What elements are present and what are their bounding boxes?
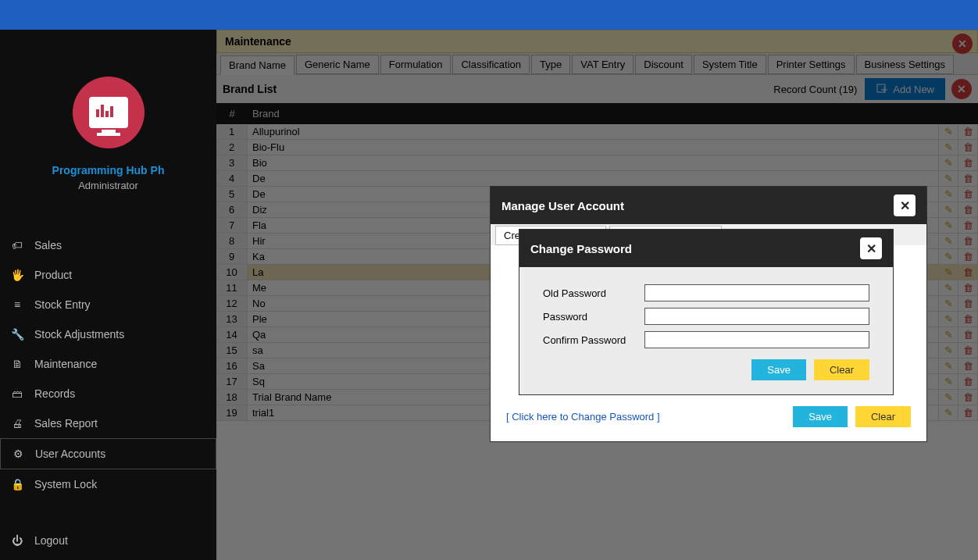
nav-label: Maintenance <box>34 358 97 370</box>
nav-label: Sales Report <box>34 417 98 430</box>
dialog-title: Manage User Account <box>501 199 624 212</box>
confirm-password-label: Confirm Password <box>543 334 644 346</box>
nav-label: Sales <box>34 239 62 251</box>
pw-dialog-close-button[interactable]: ✕ <box>860 237 882 259</box>
dialog-close-button[interactable]: ✕ <box>894 194 916 216</box>
nav-label: User Accounts <box>35 448 105 460</box>
password-input[interactable] <box>644 308 869 325</box>
main-panel: Maintenance ✕ Brand NameGeneric NameForm… <box>216 30 978 560</box>
app-titlebar <box>0 0 978 30</box>
nav-item-system-lock[interactable]: 🔒System Lock <box>0 469 216 499</box>
printer-icon: 🖨 <box>9 416 25 430</box>
profile-role: Administrator <box>78 180 138 191</box>
user-save-button[interactable]: Save <box>793 406 848 427</box>
wrench-icon: 🔧 <box>9 327 25 341</box>
old-password-input[interactable] <box>644 284 869 301</box>
pw-clear-button[interactable]: Clear <box>814 359 869 380</box>
nav-label: Stock Entry <box>34 298 91 311</box>
profile-name: Programming Hub Ph <box>52 164 165 177</box>
pw-dialog-title-bar: Change Password ✕ <box>519 230 893 267</box>
tag-icon: 🏷 <box>9 238 25 252</box>
old-password-label: Old Password <box>543 287 644 299</box>
sidebar-nav: 🏷Sales🖐Product≡Stock Entry🔧Stock Adjustm… <box>0 230 216 499</box>
gears-icon: ⚙ <box>10 447 26 461</box>
nav-item-records[interactable]: 🗃Records <box>0 379 216 408</box>
doc-icon: 🗎 <box>9 357 25 371</box>
nav-item-product[interactable]: 🖐Product <box>0 260 216 290</box>
pw-dialog-title: Change Password <box>530 242 632 255</box>
dialog-title-bar: Manage User Account ✕ <box>491 187 926 224</box>
nav-item-maintenance[interactable]: 🗎Maintenance <box>0 349 216 379</box>
sidebar: Programming Hub Ph Administrator 🏷Sales🖐… <box>0 30 216 560</box>
nav-label: Logout <box>34 534 68 547</box>
profile-panel: Programming Hub Ph Administrator <box>0 30 216 215</box>
nav-label: Records <box>34 387 75 400</box>
lock-icon: 🔒 <box>9 477 25 491</box>
nav-item-user-accounts[interactable]: ⚙User Accounts <box>0 438 216 469</box>
nav-item-logout[interactable]: ⏻ Logout <box>0 526 216 555</box>
nav-item-sales-report[interactable]: 🖨Sales Report <box>0 408 216 438</box>
change-password-link[interactable]: [ Click here to Change Password ] <box>506 411 660 423</box>
password-label: Password <box>543 311 644 323</box>
nav-item-sales[interactable]: 🏷Sales <box>0 230 216 260</box>
pw-save-button[interactable]: Save <box>751 359 806 380</box>
nav-item-stock-adjustments[interactable]: 🔧Stock Adjustments <box>0 319 216 349</box>
hand-icon: 🖐 <box>9 268 25 282</box>
db-icon: 🗃 <box>9 387 25 401</box>
confirm-password-input[interactable] <box>644 331 869 348</box>
power-icon: ⏻ <box>9 533 25 548</box>
avatar <box>73 77 145 148</box>
nav-label: System Lock <box>34 478 97 490</box>
nav-label: Product <box>34 269 72 281</box>
list-icon: ≡ <box>9 298 25 312</box>
nav-item-stock-entry[interactable]: ≡Stock Entry <box>0 290 216 319</box>
change-password-dialog: Change Password ✕ Old Password Password … <box>519 229 894 395</box>
user-clear-button[interactable]: Clear <box>855 406 911 427</box>
nav-label: Stock Adjustments <box>34 328 124 341</box>
